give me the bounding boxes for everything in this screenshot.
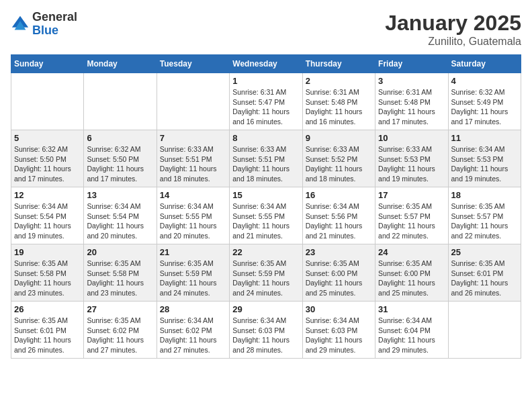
day-info: Sunrise: 6:31 AM Sunset: 5:48 PM Dayligh… bbox=[378, 87, 445, 127]
day-number: 9 bbox=[306, 133, 372, 143]
calendar-cell: 24Sunrise: 6:35 AM Sunset: 6:00 PM Dayli… bbox=[375, 244, 448, 302]
logo-text: General Blue bbox=[32, 11, 77, 38]
day-number: 23 bbox=[306, 247, 372, 257]
calendar-cell: 17Sunrise: 6:35 AM Sunset: 5:57 PM Dayli… bbox=[375, 187, 448, 244]
day-number: 22 bbox=[232, 247, 299, 257]
calendar-cell: 20Sunrise: 6:35 AM Sunset: 5:58 PM Dayli… bbox=[84, 244, 157, 302]
day-info: Sunrise: 6:34 AM Sunset: 6:03 PM Dayligh… bbox=[306, 316, 372, 355]
month-title: January 2025 bbox=[385, 11, 521, 36]
day-number: 24 bbox=[378, 247, 445, 257]
weekday-header: Tuesday bbox=[157, 55, 229, 73]
day-info: Sunrise: 6:35 AM Sunset: 5:57 PM Dayligh… bbox=[378, 201, 445, 241]
day-info: Sunrise: 6:34 AM Sunset: 5:53 PM Dayligh… bbox=[451, 144, 518, 184]
day-info: Sunrise: 6:35 AM Sunset: 5:59 PM Dayligh… bbox=[160, 259, 226, 298]
calendar-cell: 11Sunrise: 6:34 AM Sunset: 5:53 PM Dayli… bbox=[448, 130, 521, 187]
day-info: Sunrise: 6:31 AM Sunset: 5:48 PM Dayligh… bbox=[306, 87, 372, 127]
calendar-cell: 26Sunrise: 6:35 AM Sunset: 6:01 PM Dayli… bbox=[11, 302, 84, 359]
day-info: Sunrise: 6:32 AM Sunset: 5:50 PM Dayligh… bbox=[14, 144, 81, 184]
day-number: 2 bbox=[306, 76, 372, 86]
day-number: 1 bbox=[232, 76, 299, 86]
calendar-cell bbox=[84, 73, 157, 130]
calendar-cell: 2Sunrise: 6:31 AM Sunset: 5:48 PM Daylig… bbox=[302, 73, 375, 130]
day-number: 8 bbox=[232, 133, 299, 143]
calendar-cell: 19Sunrise: 6:35 AM Sunset: 5:58 PM Dayli… bbox=[11, 244, 84, 302]
day-number: 29 bbox=[232, 304, 299, 314]
day-info: Sunrise: 6:34 AM Sunset: 5:56 PM Dayligh… bbox=[306, 201, 372, 241]
calendar: SundayMondayTuesdayWednesdayThursdayFrid… bbox=[11, 54, 521, 359]
location: Zunilito, Guatemala bbox=[385, 36, 521, 48]
weekday-header: Thursday bbox=[302, 55, 375, 73]
day-info: Sunrise: 6:35 AM Sunset: 6:02 PM Dayligh… bbox=[87, 316, 153, 355]
day-number: 5 bbox=[14, 133, 81, 143]
calendar-week-row: 1Sunrise: 6:31 AM Sunset: 5:47 PM Daylig… bbox=[11, 73, 521, 130]
calendar-cell: 18Sunrise: 6:35 AM Sunset: 5:57 PM Dayli… bbox=[448, 187, 521, 244]
day-info: Sunrise: 6:34 AM Sunset: 5:55 PM Dayligh… bbox=[160, 201, 226, 241]
day-info: Sunrise: 6:32 AM Sunset: 5:49 PM Dayligh… bbox=[451, 87, 518, 127]
calendar-cell: 13Sunrise: 6:34 AM Sunset: 5:54 PM Dayli… bbox=[84, 187, 157, 244]
calendar-cell: 10Sunrise: 6:33 AM Sunset: 5:53 PM Dayli… bbox=[375, 130, 448, 187]
day-number: 28 bbox=[160, 304, 226, 314]
day-number: 31 bbox=[378, 304, 445, 314]
calendar-week-row: 5Sunrise: 6:32 AM Sunset: 5:50 PM Daylig… bbox=[11, 130, 521, 187]
calendar-cell: 30Sunrise: 6:34 AM Sunset: 6:03 PM Dayli… bbox=[302, 302, 375, 359]
page-header: General Blue January 2025 Zunilito, Guat… bbox=[11, 11, 521, 48]
weekday-header: Sunday bbox=[11, 55, 84, 73]
day-number: 26 bbox=[14, 304, 81, 314]
day-number: 18 bbox=[451, 190, 518, 200]
day-number: 11 bbox=[451, 133, 518, 143]
day-info: Sunrise: 6:34 AM Sunset: 5:54 PM Dayligh… bbox=[87, 201, 153, 241]
day-number: 21 bbox=[160, 247, 226, 257]
weekday-header: Friday bbox=[375, 55, 448, 73]
day-number: 25 bbox=[451, 247, 518, 257]
calendar-week-row: 19Sunrise: 6:35 AM Sunset: 5:58 PM Dayli… bbox=[11, 244, 521, 302]
day-info: Sunrise: 6:31 AM Sunset: 5:47 PM Dayligh… bbox=[232, 87, 299, 127]
day-info: Sunrise: 6:32 AM Sunset: 5:50 PM Dayligh… bbox=[87, 144, 153, 184]
day-number: 17 bbox=[378, 190, 445, 200]
calendar-cell: 4Sunrise: 6:32 AM Sunset: 5:49 PM Daylig… bbox=[448, 73, 521, 130]
day-number: 6 bbox=[87, 133, 153, 143]
day-info: Sunrise: 6:33 AM Sunset: 5:53 PM Dayligh… bbox=[378, 144, 445, 184]
day-number: 3 bbox=[378, 76, 445, 86]
calendar-cell: 1Sunrise: 6:31 AM Sunset: 5:47 PM Daylig… bbox=[230, 73, 302, 130]
day-info: Sunrise: 6:33 AM Sunset: 5:51 PM Dayligh… bbox=[232, 144, 299, 184]
calendar-cell: 27Sunrise: 6:35 AM Sunset: 6:02 PM Dayli… bbox=[84, 302, 157, 359]
calendar-cell bbox=[157, 73, 229, 130]
calendar-cell: 28Sunrise: 6:34 AM Sunset: 6:02 PM Dayli… bbox=[157, 302, 229, 359]
day-info: Sunrise: 6:34 AM Sunset: 5:54 PM Dayligh… bbox=[14, 201, 81, 241]
day-number: 20 bbox=[87, 247, 153, 257]
day-info: Sunrise: 6:34 AM Sunset: 5:55 PM Dayligh… bbox=[232, 201, 299, 241]
calendar-cell: 23Sunrise: 6:35 AM Sunset: 6:00 PM Dayli… bbox=[302, 244, 375, 302]
day-number: 13 bbox=[87, 190, 153, 200]
day-number: 15 bbox=[232, 190, 299, 200]
weekday-header: Wednesday bbox=[230, 55, 302, 73]
calendar-cell: 3Sunrise: 6:31 AM Sunset: 5:48 PM Daylig… bbox=[375, 73, 448, 130]
logo-general: General bbox=[32, 11, 77, 24]
calendar-cell: 14Sunrise: 6:34 AM Sunset: 5:55 PM Dayli… bbox=[157, 187, 229, 244]
calendar-cell: 7Sunrise: 6:33 AM Sunset: 5:51 PM Daylig… bbox=[157, 130, 229, 187]
logo-icon bbox=[11, 15, 30, 34]
calendar-week-row: 26Sunrise: 6:35 AM Sunset: 6:01 PM Dayli… bbox=[11, 302, 521, 359]
day-info: Sunrise: 6:34 AM Sunset: 6:04 PM Dayligh… bbox=[378, 316, 445, 355]
day-number: 16 bbox=[306, 190, 372, 200]
logo: General Blue bbox=[11, 11, 77, 38]
day-number: 12 bbox=[14, 190, 81, 200]
day-number: 30 bbox=[306, 304, 372, 314]
day-info: Sunrise: 6:33 AM Sunset: 5:51 PM Dayligh… bbox=[160, 144, 226, 184]
day-info: Sunrise: 6:35 AM Sunset: 6:01 PM Dayligh… bbox=[14, 316, 81, 355]
calendar-cell bbox=[11, 73, 84, 130]
calendar-cell: 6Sunrise: 6:32 AM Sunset: 5:50 PM Daylig… bbox=[84, 130, 157, 187]
logo-blue: Blue bbox=[32, 24, 77, 38]
day-info: Sunrise: 6:33 AM Sunset: 5:52 PM Dayligh… bbox=[306, 144, 372, 184]
title-block: January 2025 Zunilito, Guatemala bbox=[385, 11, 521, 48]
day-info: Sunrise: 6:35 AM Sunset: 6:00 PM Dayligh… bbox=[378, 259, 445, 298]
calendar-cell: 22Sunrise: 6:35 AM Sunset: 5:59 PM Dayli… bbox=[230, 244, 302, 302]
calendar-cell: 15Sunrise: 6:34 AM Sunset: 5:55 PM Dayli… bbox=[230, 187, 302, 244]
day-number: 4 bbox=[451, 76, 518, 86]
day-info: Sunrise: 6:35 AM Sunset: 6:00 PM Dayligh… bbox=[306, 259, 372, 298]
day-info: Sunrise: 6:34 AM Sunset: 6:02 PM Dayligh… bbox=[160, 316, 226, 355]
weekday-header: Monday bbox=[84, 55, 157, 73]
calendar-cell: 12Sunrise: 6:34 AM Sunset: 5:54 PM Dayli… bbox=[11, 187, 84, 244]
calendar-cell: 8Sunrise: 6:33 AM Sunset: 5:51 PM Daylig… bbox=[230, 130, 302, 187]
calendar-cell: 21Sunrise: 6:35 AM Sunset: 5:59 PM Dayli… bbox=[157, 244, 229, 302]
day-number: 19 bbox=[14, 247, 81, 257]
